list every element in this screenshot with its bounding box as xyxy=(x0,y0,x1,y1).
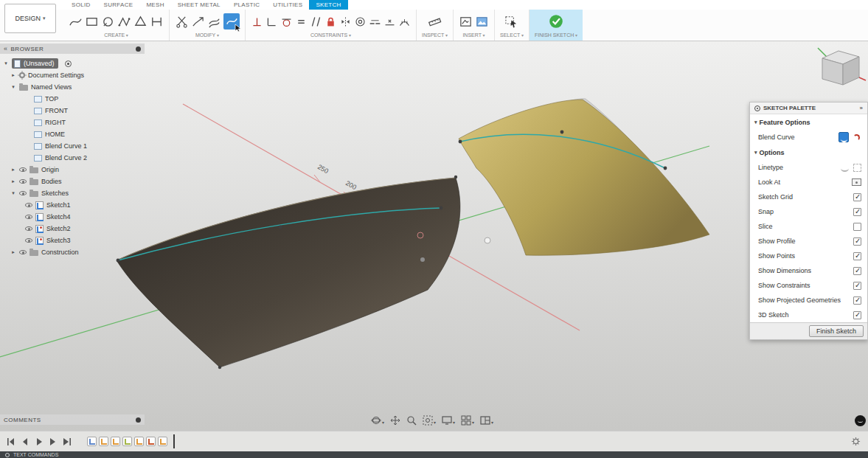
polygon-icon[interactable] xyxy=(133,15,147,29)
browser-item-view-front[interactable]: FRONT xyxy=(0,105,145,117)
show-projected-geometries-checkbox[interactable] xyxy=(853,296,861,305)
expand-arrow[interactable] xyxy=(3,60,9,66)
fix-lock-icon[interactable] xyxy=(324,15,337,28)
visibility-eye-icon[interactable] xyxy=(19,250,27,254)
browser-header[interactable]: BROWSER xyxy=(0,44,145,54)
measure-icon[interactable] xyxy=(428,15,442,29)
flip-curve-icon[interactable] xyxy=(852,133,861,142)
sketch-palette-header[interactable]: SKETCH PALETTE xyxy=(750,103,867,114)
collinear-constraint-icon[interactable] xyxy=(369,15,381,28)
visibility-eye-icon[interactable] xyxy=(19,191,27,195)
go-to-end-button[interactable] xyxy=(63,437,72,446)
trim-icon[interactable] xyxy=(175,15,189,29)
surface-point[interactable] xyxy=(420,257,425,262)
browser-item-document-settings[interactable]: Document Settings xyxy=(0,69,145,81)
view-cube[interactable] xyxy=(812,45,867,95)
tab-surface[interactable]: SURFACE xyxy=(97,0,140,10)
expand-arrow[interactable] xyxy=(10,178,16,184)
browser-item-view-home[interactable]: HOME xyxy=(0,128,145,140)
timeline-position-marker[interactable] xyxy=(173,434,175,448)
tab-mesh[interactable]: MESH xyxy=(139,0,170,10)
visibility-eye-icon[interactable] xyxy=(25,203,32,207)
timeline-feature-icon[interactable] xyxy=(111,437,120,446)
insert-canvas-icon[interactable] xyxy=(459,15,473,29)
browser-options-icon[interactable] xyxy=(136,46,141,52)
visibility-eye-icon[interactable] xyxy=(19,167,27,172)
visibility-eye-icon[interactable] xyxy=(25,215,32,219)
timeline-feature-icon[interactable] xyxy=(122,437,132,446)
spline-icon[interactable] xyxy=(69,15,83,29)
go-to-start-button[interactable] xyxy=(7,437,15,446)
linetype-construction-icon[interactable] xyxy=(853,164,861,172)
orbit-button[interactable] xyxy=(371,414,384,427)
step-forward-button[interactable] xyxy=(49,437,58,446)
timeline-feature-icon[interactable] xyxy=(134,437,144,446)
step-back-button[interactable] xyxy=(21,437,29,446)
slice-checkbox[interactable] xyxy=(853,223,861,231)
inspect-group-label[interactable]: INSPECT xyxy=(422,32,448,38)
assistant-button[interactable] xyxy=(855,415,866,426)
browser-item-view-top[interactable]: TOP xyxy=(0,93,145,105)
insert-image-icon[interactable] xyxy=(475,15,489,29)
pan-button[interactable] xyxy=(390,415,400,426)
linetype-spline-icon[interactable] xyxy=(841,164,850,172)
browser-item-view-right[interactable]: RIGHT xyxy=(0,117,145,128)
browser-item-sketch3[interactable]: Sketch3 xyxy=(0,235,145,246)
horizontal-vertical-constraint-icon[interactable] xyxy=(251,15,263,28)
comments-panel[interactable]: COMMENTS xyxy=(0,414,145,425)
tab-sketch[interactable]: SKETCH xyxy=(309,0,347,10)
browser-item-view-blend-curve-1[interactable]: Blend Curve 1 xyxy=(0,140,145,152)
modify-group-label[interactable]: MODIFY xyxy=(195,32,219,38)
symmetry-constraint-icon[interactable] xyxy=(339,15,352,28)
options-section[interactable]: Options xyxy=(750,145,867,160)
viewport-canvas[interactable]: 250 200 150 xyxy=(0,41,868,431)
tab-plastic[interactable]: PLASTIC xyxy=(227,0,266,10)
timeline-settings-button[interactable] xyxy=(851,437,861,446)
visibility-eye-icon[interactable] xyxy=(19,179,27,184)
timeline-feature-icon[interactable] xyxy=(87,437,97,446)
parallel-constraint-icon[interactable] xyxy=(310,15,322,28)
collapse-browser-icon[interactable] xyxy=(4,45,8,52)
palette-expand-icon[interactable] xyxy=(860,105,863,111)
extend-icon[interactable] xyxy=(191,15,205,29)
tab-utilities[interactable]: UTILITIES xyxy=(266,0,309,10)
expand-arrow[interactable] xyxy=(10,190,16,196)
offset-icon[interactable] xyxy=(207,15,221,29)
zoom-button[interactable] xyxy=(406,415,417,426)
snap-checkbox[interactable] xyxy=(853,208,861,216)
tangent-constraint-icon[interactable] xyxy=(280,15,293,28)
finish-sketch-icon[interactable] xyxy=(548,13,564,30)
play-button[interactable] xyxy=(35,437,44,446)
expand-arrow[interactable] xyxy=(10,167,16,173)
blend-surface-right[interactable] xyxy=(459,100,709,255)
browser-item-bodies[interactable]: Bodies xyxy=(0,176,145,187)
perpendicular-constraint-icon[interactable] xyxy=(265,15,278,28)
circle-icon[interactable] xyxy=(101,15,115,29)
text-commands-bar[interactable]: TEXT COMMANDS xyxy=(0,451,868,458)
expand-arrow[interactable] xyxy=(10,72,16,78)
grid-settings-button[interactable] xyxy=(461,414,474,427)
visibility-eye-icon[interactable] xyxy=(25,238,32,243)
rectangle-icon[interactable] xyxy=(85,15,99,29)
expand-arrow[interactable] xyxy=(10,249,16,255)
toolbar-group-finish-sketch[interactable]: FINISH SKETCH xyxy=(529,10,583,41)
tab-sheet-metal[interactable]: SHEET METAL xyxy=(171,0,227,10)
display-settings-button[interactable] xyxy=(442,414,455,427)
create-group-label[interactable]: CREATE xyxy=(104,32,128,38)
timeline-feature-icon[interactable] xyxy=(99,437,108,446)
finish-sketch-group-label[interactable]: FINISH SKETCH xyxy=(535,32,577,38)
feature-options-section[interactable]: Feature Options xyxy=(750,114,867,130)
browser-item-named-views[interactable]: Named Views xyxy=(0,81,145,93)
insert-group-label[interactable]: INSERT xyxy=(462,32,485,38)
viewports-button[interactable] xyxy=(480,414,493,427)
design-workspace-dropdown[interactable]: DESIGN xyxy=(4,4,56,33)
timeline-feature-icon[interactable] xyxy=(146,437,156,446)
expand-arrow[interactable] xyxy=(10,84,16,90)
blend-curve-type-icon[interactable] xyxy=(839,132,849,142)
timeline-feature-icon[interactable] xyxy=(158,437,167,446)
show-dimensions-checkbox[interactable] xyxy=(853,267,861,275)
browser-item-origin[interactable]: Origin xyxy=(0,164,145,176)
equal-constraint-icon[interactable] xyxy=(295,15,308,28)
browser-item-construction[interactable]: Construction xyxy=(0,246,145,258)
curvature-constraint-icon[interactable] xyxy=(398,15,411,28)
